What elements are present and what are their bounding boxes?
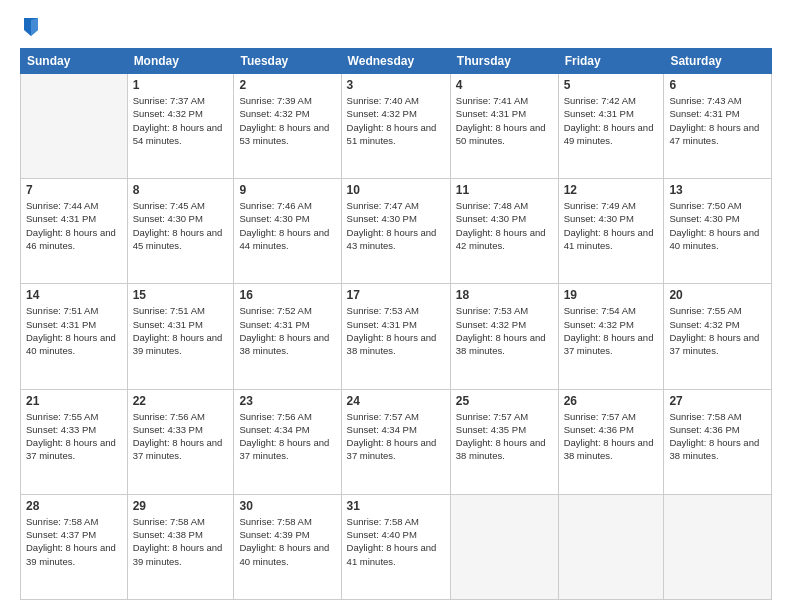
week-row-5: 28Sunrise: 7:58 AMSunset: 4:37 PMDayligh… — [21, 494, 772, 599]
day-info: Sunrise: 7:55 AMSunset: 4:33 PMDaylight:… — [26, 410, 122, 463]
day-info: Sunrise: 7:40 AMSunset: 4:32 PMDaylight:… — [347, 94, 445, 147]
calendar-cell: 2Sunrise: 7:39 AMSunset: 4:32 PMDaylight… — [234, 74, 341, 179]
calendar-cell: 19Sunrise: 7:54 AMSunset: 4:32 PMDayligh… — [558, 284, 664, 389]
svg-marker-1 — [31, 18, 38, 36]
day-number: 29 — [133, 499, 229, 513]
logo-text — [20, 18, 40, 38]
calendar-cell: 7Sunrise: 7:44 AMSunset: 4:31 PMDaylight… — [21, 179, 128, 284]
calendar-cell — [664, 494, 772, 599]
calendar-cell: 13Sunrise: 7:50 AMSunset: 4:30 PMDayligh… — [664, 179, 772, 284]
calendar-cell: 22Sunrise: 7:56 AMSunset: 4:33 PMDayligh… — [127, 389, 234, 494]
calendar-table: SundayMondayTuesdayWednesdayThursdayFrid… — [20, 48, 772, 600]
day-info: Sunrise: 7:58 AMSunset: 4:37 PMDaylight:… — [26, 515, 122, 568]
weekday-header-sunday: Sunday — [21, 49, 128, 74]
calendar-cell: 31Sunrise: 7:58 AMSunset: 4:40 PMDayligh… — [341, 494, 450, 599]
day-info: Sunrise: 7:55 AMSunset: 4:32 PMDaylight:… — [669, 304, 766, 357]
day-info: Sunrise: 7:53 AMSunset: 4:32 PMDaylight:… — [456, 304, 553, 357]
day-number: 26 — [564, 394, 659, 408]
calendar-cell — [450, 494, 558, 599]
week-row-1: 1Sunrise: 7:37 AMSunset: 4:32 PMDaylight… — [21, 74, 772, 179]
day-number: 10 — [347, 183, 445, 197]
day-number: 8 — [133, 183, 229, 197]
day-info: Sunrise: 7:51 AMSunset: 4:31 PMDaylight:… — [133, 304, 229, 357]
day-number: 16 — [239, 288, 335, 302]
day-info: Sunrise: 7:37 AMSunset: 4:32 PMDaylight:… — [133, 94, 229, 147]
day-number: 25 — [456, 394, 553, 408]
day-number: 11 — [456, 183, 553, 197]
day-number: 2 — [239, 78, 335, 92]
day-number: 5 — [564, 78, 659, 92]
calendar-cell: 14Sunrise: 7:51 AMSunset: 4:31 PMDayligh… — [21, 284, 128, 389]
calendar-cell: 25Sunrise: 7:57 AMSunset: 4:35 PMDayligh… — [450, 389, 558, 494]
day-number: 12 — [564, 183, 659, 197]
day-number: 18 — [456, 288, 553, 302]
calendar-cell: 21Sunrise: 7:55 AMSunset: 4:33 PMDayligh… — [21, 389, 128, 494]
day-number: 21 — [26, 394, 122, 408]
day-info: Sunrise: 7:54 AMSunset: 4:32 PMDaylight:… — [564, 304, 659, 357]
calendar-cell — [21, 74, 128, 179]
calendar-cell: 17Sunrise: 7:53 AMSunset: 4:31 PMDayligh… — [341, 284, 450, 389]
day-info: Sunrise: 7:48 AMSunset: 4:30 PMDaylight:… — [456, 199, 553, 252]
day-info: Sunrise: 7:43 AMSunset: 4:31 PMDaylight:… — [669, 94, 766, 147]
day-info: Sunrise: 7:57 AMSunset: 4:35 PMDaylight:… — [456, 410, 553, 463]
calendar-cell: 6Sunrise: 7:43 AMSunset: 4:31 PMDaylight… — [664, 74, 772, 179]
day-info: Sunrise: 7:51 AMSunset: 4:31 PMDaylight:… — [26, 304, 122, 357]
calendar-cell: 4Sunrise: 7:41 AMSunset: 4:31 PMDaylight… — [450, 74, 558, 179]
day-info: Sunrise: 7:57 AMSunset: 4:36 PMDaylight:… — [564, 410, 659, 463]
day-info: Sunrise: 7:42 AMSunset: 4:31 PMDaylight:… — [564, 94, 659, 147]
calendar-cell: 28Sunrise: 7:58 AMSunset: 4:37 PMDayligh… — [21, 494, 128, 599]
calendar-cell: 15Sunrise: 7:51 AMSunset: 4:31 PMDayligh… — [127, 284, 234, 389]
day-info: Sunrise: 7:57 AMSunset: 4:34 PMDaylight:… — [347, 410, 445, 463]
day-info: Sunrise: 7:56 AMSunset: 4:34 PMDaylight:… — [239, 410, 335, 463]
day-number: 13 — [669, 183, 766, 197]
day-number: 27 — [669, 394, 766, 408]
day-info: Sunrise: 7:58 AMSunset: 4:39 PMDaylight:… — [239, 515, 335, 568]
weekday-header-wednesday: Wednesday — [341, 49, 450, 74]
day-number: 20 — [669, 288, 766, 302]
day-number: 9 — [239, 183, 335, 197]
day-info: Sunrise: 7:44 AMSunset: 4:31 PMDaylight:… — [26, 199, 122, 252]
day-info: Sunrise: 7:58 AMSunset: 4:38 PMDaylight:… — [133, 515, 229, 568]
page: SundayMondayTuesdayWednesdayThursdayFrid… — [0, 0, 792, 612]
weekday-header-tuesday: Tuesday — [234, 49, 341, 74]
day-info: Sunrise: 7:52 AMSunset: 4:31 PMDaylight:… — [239, 304, 335, 357]
day-number: 3 — [347, 78, 445, 92]
day-info: Sunrise: 7:41 AMSunset: 4:31 PMDaylight:… — [456, 94, 553, 147]
week-row-4: 21Sunrise: 7:55 AMSunset: 4:33 PMDayligh… — [21, 389, 772, 494]
calendar-cell: 30Sunrise: 7:58 AMSunset: 4:39 PMDayligh… — [234, 494, 341, 599]
calendar-cell: 5Sunrise: 7:42 AMSunset: 4:31 PMDaylight… — [558, 74, 664, 179]
day-info: Sunrise: 7:58 AMSunset: 4:36 PMDaylight:… — [669, 410, 766, 463]
day-info: Sunrise: 7:45 AMSunset: 4:30 PMDaylight:… — [133, 199, 229, 252]
day-info: Sunrise: 7:49 AMSunset: 4:30 PMDaylight:… — [564, 199, 659, 252]
day-info: Sunrise: 7:56 AMSunset: 4:33 PMDaylight:… — [133, 410, 229, 463]
weekday-header-monday: Monday — [127, 49, 234, 74]
calendar-cell: 24Sunrise: 7:57 AMSunset: 4:34 PMDayligh… — [341, 389, 450, 494]
calendar-cell: 8Sunrise: 7:45 AMSunset: 4:30 PMDaylight… — [127, 179, 234, 284]
calendar-cell: 29Sunrise: 7:58 AMSunset: 4:38 PMDayligh… — [127, 494, 234, 599]
weekday-header-row: SundayMondayTuesdayWednesdayThursdayFrid… — [21, 49, 772, 74]
day-number: 31 — [347, 499, 445, 513]
calendar-cell: 10Sunrise: 7:47 AMSunset: 4:30 PMDayligh… — [341, 179, 450, 284]
calendar-cell: 16Sunrise: 7:52 AMSunset: 4:31 PMDayligh… — [234, 284, 341, 389]
day-number: 1 — [133, 78, 229, 92]
day-info: Sunrise: 7:53 AMSunset: 4:31 PMDaylight:… — [347, 304, 445, 357]
calendar-cell: 1Sunrise: 7:37 AMSunset: 4:32 PMDaylight… — [127, 74, 234, 179]
calendar-cell: 9Sunrise: 7:46 AMSunset: 4:30 PMDaylight… — [234, 179, 341, 284]
day-number: 19 — [564, 288, 659, 302]
weekday-header-saturday: Saturday — [664, 49, 772, 74]
day-info: Sunrise: 7:39 AMSunset: 4:32 PMDaylight:… — [239, 94, 335, 147]
weekday-header-thursday: Thursday — [450, 49, 558, 74]
logo-icon — [22, 16, 40, 38]
header — [20, 18, 772, 38]
calendar-cell: 26Sunrise: 7:57 AMSunset: 4:36 PMDayligh… — [558, 389, 664, 494]
calendar-cell: 20Sunrise: 7:55 AMSunset: 4:32 PMDayligh… — [664, 284, 772, 389]
day-number: 14 — [26, 288, 122, 302]
day-info: Sunrise: 7:47 AMSunset: 4:30 PMDaylight:… — [347, 199, 445, 252]
day-number: 4 — [456, 78, 553, 92]
calendar-cell: 27Sunrise: 7:58 AMSunset: 4:36 PMDayligh… — [664, 389, 772, 494]
day-number: 6 — [669, 78, 766, 92]
day-number: 23 — [239, 394, 335, 408]
calendar-cell: 3Sunrise: 7:40 AMSunset: 4:32 PMDaylight… — [341, 74, 450, 179]
day-number: 15 — [133, 288, 229, 302]
calendar-cell — [558, 494, 664, 599]
